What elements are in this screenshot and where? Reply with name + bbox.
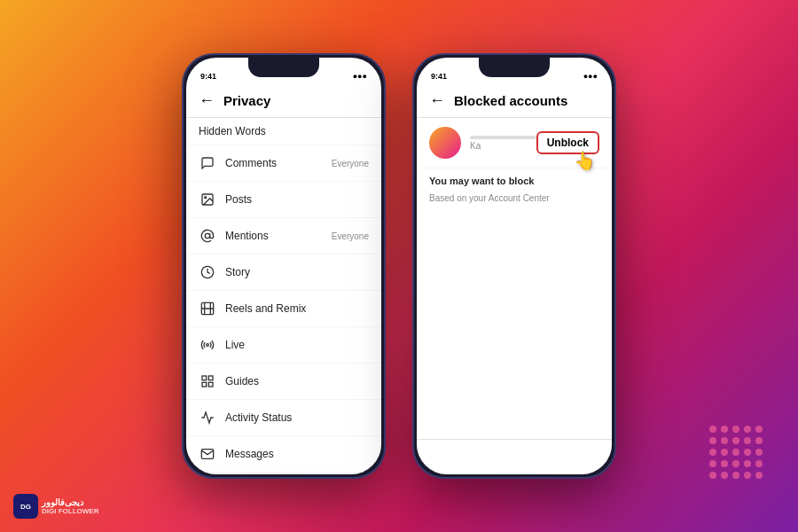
svg-rect-11 bbox=[208, 382, 213, 387]
user-avatar bbox=[429, 127, 461, 159]
privacy-item-guides[interactable]: Guides bbox=[186, 364, 381, 400]
comments-label: Comments bbox=[225, 157, 332, 169]
svg-point-2 bbox=[205, 233, 209, 238]
svg-point-1 bbox=[205, 197, 207, 199]
privacy-header: ← Privacy bbox=[186, 84, 381, 118]
status-time-right: 9:41 bbox=[431, 72, 447, 81]
status-time: 9:41 bbox=[200, 72, 216, 81]
back-arrow-right[interactable]: ← bbox=[429, 91, 445, 110]
status-icons-right: ●●● bbox=[583, 72, 598, 81]
phone-left-screen: 9:41 ●●● ← Privacy Hidden Words Comments bbox=[186, 58, 381, 474]
brand-logo: DG دیجی‌فالوور DIGI FOLLOWER bbox=[13, 494, 98, 519]
activity-icon bbox=[199, 409, 216, 426]
blocked-user-info: Ka bbox=[470, 136, 536, 151]
guides-label: Guides bbox=[225, 375, 369, 387]
blocked-username bbox=[470, 136, 536, 139]
posts-label: Posts bbox=[225, 193, 369, 206]
empty-space bbox=[417, 210, 612, 439]
may-want-block-label: You may want to block bbox=[417, 168, 612, 193]
connections-section-header: Connections bbox=[186, 473, 381, 474]
blocked-title: Blocked accounts bbox=[454, 93, 567, 108]
mentions-value: Everyone bbox=[332, 231, 369, 241]
svg-rect-10 bbox=[208, 376, 213, 380]
blocked-display-name: Ka bbox=[470, 141, 536, 151]
svg-point-8 bbox=[207, 344, 209, 347]
privacy-item-story[interactable]: Story bbox=[186, 254, 381, 291]
phone-left: 9:41 ●●● ← Privacy Hidden Words Comments bbox=[182, 53, 386, 479]
svg-rect-12 bbox=[202, 382, 207, 387]
comments-icon bbox=[199, 154, 216, 172]
story-label: Story bbox=[225, 266, 369, 278]
guides-icon bbox=[199, 372, 216, 390]
cursor-hand-right: 👆 bbox=[574, 150, 596, 171]
story-icon bbox=[199, 263, 216, 281]
mentions-icon bbox=[199, 227, 216, 245]
privacy-content: Hidden Words Comments Everyone Posts bbox=[186, 118, 381, 474]
privacy-item-live[interactable]: Live bbox=[186, 327, 381, 364]
bottom-nav-right bbox=[417, 439, 612, 474]
posts-icon bbox=[199, 191, 216, 208]
live-label: Live bbox=[225, 339, 369, 351]
live-icon bbox=[199, 336, 216, 354]
phone-left-notch bbox=[248, 58, 319, 77]
comments-value: Everyone bbox=[332, 159, 369, 168]
phone-right-screen: 9:41 ●●● ← Blocked accounts Ka Unblock 👆 bbox=[417, 58, 612, 474]
mentions-label: Mentions bbox=[225, 230, 332, 242]
privacy-item-comments[interactable]: Comments Everyone bbox=[186, 145, 381, 182]
privacy-item-posts[interactable]: Posts bbox=[186, 182, 381, 218]
messages-label: Messages bbox=[225, 448, 369, 460]
reels-label: Reels and Remix bbox=[225, 302, 369, 315]
reels-icon bbox=[199, 300, 216, 317]
phone-right: 9:41 ●●● ← Blocked accounts Ka Unblock 👆 bbox=[412, 53, 616, 479]
status-icons: ●●● bbox=[353, 72, 367, 81]
privacy-item-activity[interactable]: Activity Status bbox=[186, 400, 381, 436]
back-arrow-left[interactable]: ← bbox=[199, 91, 215, 110]
logo-persian: دیجی‌فالوور bbox=[42, 497, 98, 507]
activity-label: Activity Status bbox=[225, 411, 369, 424]
phone-right-notch bbox=[479, 58, 550, 77]
may-want-block-sub: Based on your Account Center bbox=[417, 193, 612, 210]
logo-latin: DIGI FOLLOWER bbox=[42, 507, 98, 515]
privacy-title: Privacy bbox=[223, 93, 270, 108]
privacy-item-messages[interactable]: Messages bbox=[186, 436, 381, 473]
privacy-item-hidden-words[interactable]: Hidden Words bbox=[186, 118, 381, 145]
blocked-user-row: Ka Unblock 👆 bbox=[417, 118, 612, 168]
decorative-dots bbox=[709, 426, 763, 479]
privacy-item-mentions[interactable]: Mentions Everyone bbox=[186, 218, 381, 254]
blocked-header: ← Blocked accounts bbox=[417, 84, 612, 118]
privacy-item-reels[interactable]: Reels and Remix bbox=[186, 291, 381, 327]
phones-container: 9:41 ●●● ← Privacy Hidden Words Comments bbox=[182, 53, 616, 479]
logo-icon: DG bbox=[13, 494, 38, 519]
messages-icon bbox=[199, 445, 216, 463]
svg-rect-9 bbox=[202, 376, 207, 380]
